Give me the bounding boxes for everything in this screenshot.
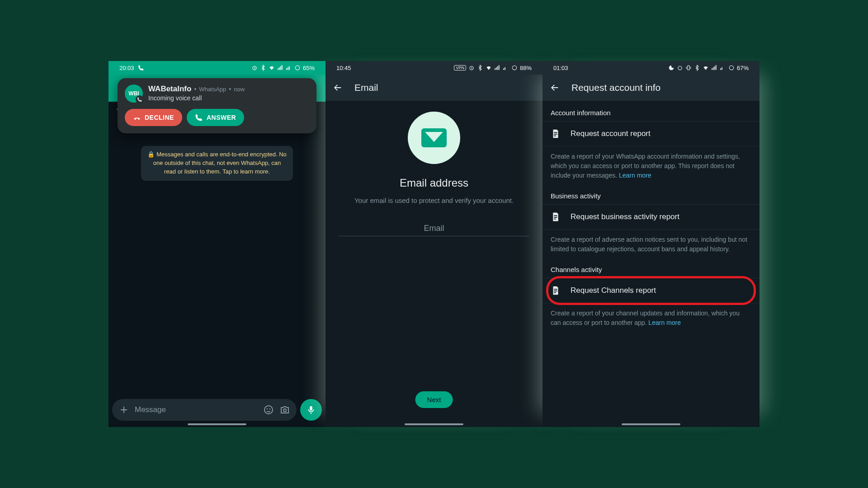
decline-button[interactable]: DECLINE <box>125 109 182 126</box>
phone-icon <box>195 113 203 122</box>
svg-rect-32 <box>554 134 557 135</box>
vibrate-icon <box>685 65 692 71</box>
voice-record-button[interactable] <box>300 399 322 421</box>
status-battery: 88% <box>520 65 532 71</box>
message-input[interactable]: Message <box>112 399 297 421</box>
appbar-title: Email <box>354 82 378 93</box>
phone-icon <box>137 97 142 102</box>
learn-more-link[interactable]: Learn more <box>619 172 651 179</box>
alarm-icon <box>677 65 683 71</box>
microphone-icon <box>306 405 316 415</box>
svg-rect-2 <box>279 67 280 70</box>
svg-point-30 <box>729 66 733 70</box>
back-icon[interactable] <box>550 83 560 93</box>
svg-rect-39 <box>554 292 556 293</box>
bluetooth-icon <box>477 65 483 71</box>
svg-rect-33 <box>554 136 556 136</box>
app-name: WhatsApp <box>199 86 226 93</box>
document-icon <box>551 129 561 139</box>
answer-button[interactable]: ANSWER <box>187 109 244 126</box>
separator-dot: • <box>194 85 196 93</box>
svg-rect-38 <box>554 291 557 291</box>
svg-rect-5 <box>286 68 287 70</box>
svg-rect-18 <box>499 65 500 70</box>
desc-text: Create a report of your channel updates … <box>551 310 740 326</box>
request-business-report-item[interactable]: Request business activity report <box>542 204 760 230</box>
status-time: 01:03 <box>553 65 568 71</box>
item-label: Request account report <box>571 129 651 138</box>
svg-rect-26 <box>714 66 715 70</box>
signal-icon <box>494 65 500 71</box>
bluetooth-icon <box>694 65 700 71</box>
encryption-text: Messages and calls are end-to-end encryp… <box>153 151 287 175</box>
back-icon[interactable] <box>333 83 343 93</box>
wifi-icon <box>703 65 709 71</box>
svg-rect-7 <box>289 66 290 70</box>
bluetooth-icon <box>260 65 266 71</box>
svg-rect-36 <box>554 219 556 220</box>
signal-icon <box>711 65 717 71</box>
svg-rect-25 <box>713 67 714 70</box>
gesture-bar <box>405 423 463 425</box>
svg-rect-3 <box>280 66 281 70</box>
next-button[interactable]: Next <box>415 391 453 408</box>
svg-rect-17 <box>497 66 498 70</box>
call-subtitle: Incoming voice call <box>148 94 309 102</box>
dnd-icon <box>668 65 675 71</box>
gesture-bar <box>188 423 246 425</box>
screenshot-email-setup: 10:45 VPN 88% Email Email address Your e… <box>326 61 542 427</box>
channels-report-description: Create a report of your channel updates … <box>542 303 760 331</box>
lock-icon: 🔒 <box>147 150 155 159</box>
request-channels-report-item[interactable]: Request Channels report <box>542 278 760 303</box>
app-bar: Request account info <box>542 75 760 101</box>
request-account-report-item[interactable]: Request account report <box>542 121 760 146</box>
item-label: Request Channels report <box>571 286 656 295</box>
alarm-icon <box>251 65 258 71</box>
svg-rect-1 <box>278 68 278 70</box>
business-report-description: Create a report of adverse action notice… <box>542 230 760 258</box>
svg-rect-23 <box>688 66 690 70</box>
call-type-badge <box>136 95 144 103</box>
email-subtext: Your email is used to protect and verify… <box>354 196 514 206</box>
learn-more-link[interactable]: Learn more <box>648 319 681 326</box>
svg-rect-13 <box>310 406 312 411</box>
email-heading: Email address <box>400 177 468 189</box>
section-business-activity: Business activity <box>542 184 760 204</box>
account-report-description: Create a report of your WhatsApp account… <box>542 146 760 184</box>
plus-icon[interactable] <box>118 404 129 415</box>
message-placeholder: Message <box>135 405 258 414</box>
battery-icon <box>728 65 735 71</box>
screenshot-whatsapp-chat: 20:03 65% WBI <box>108 61 326 427</box>
svg-rect-16 <box>496 67 497 70</box>
svg-rect-37 <box>554 289 557 290</box>
email-illustration <box>408 112 460 164</box>
status-bar: 01:03 67% <box>542 61 760 75</box>
camera-icon[interactable] <box>279 404 290 415</box>
svg-rect-28 <box>720 68 721 70</box>
item-label: Request business activity report <box>571 212 679 221</box>
svg-rect-20 <box>505 67 505 70</box>
svg-rect-29 <box>722 67 722 70</box>
svg-point-8 <box>295 66 299 70</box>
wifi-icon <box>486 65 492 71</box>
status-time: 10:45 <box>336 65 351 71</box>
svg-rect-15 <box>495 68 495 70</box>
wifi-icon <box>269 65 275 71</box>
status-bar: 20:03 65% <box>108 61 326 75</box>
svg-point-21 <box>512 66 516 70</box>
emoji-icon[interactable] <box>263 404 274 415</box>
status-time: 20:03 <box>119 65 134 71</box>
message-composer: Message <box>112 399 322 421</box>
document-icon <box>551 286 561 296</box>
svg-point-9 <box>264 406 273 414</box>
notification-time: now <box>234 86 245 93</box>
battery-icon <box>294 65 301 71</box>
svg-point-11 <box>269 408 271 410</box>
gesture-bar <box>622 423 680 425</box>
svg-rect-24 <box>712 68 712 70</box>
encryption-notice[interactable]: 🔒Messages and calls are end-to-end encry… <box>141 146 293 181</box>
svg-point-22 <box>678 66 682 70</box>
alarm-icon <box>468 65 475 71</box>
email-input[interactable]: Email <box>339 221 529 236</box>
separator-dot: • <box>229 85 231 93</box>
